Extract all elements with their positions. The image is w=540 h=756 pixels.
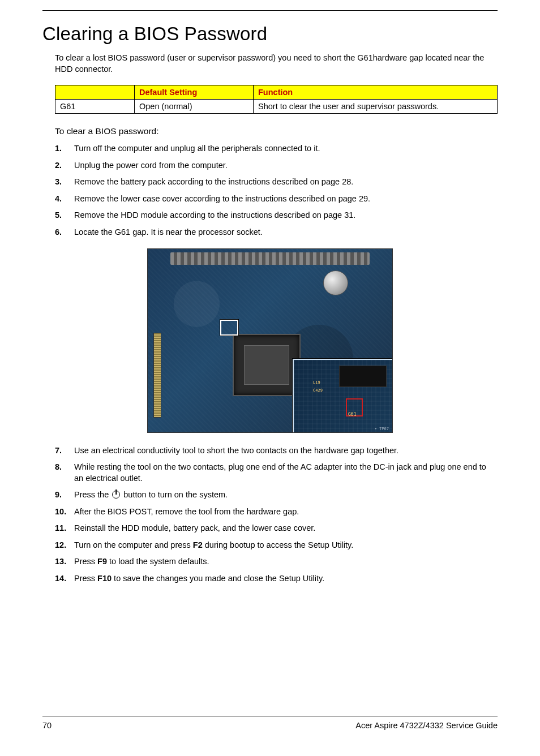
- step-text: Press F10 to save the changes you made a…: [74, 573, 498, 585]
- document-title: Acer Aspire 4732Z/4332 Service Guide: [355, 721, 498, 730]
- step-text: Remove the battery pack according to the…: [74, 177, 498, 188]
- cell-name: G61: [55, 100, 135, 114]
- cell-default: Open (normal): [135, 100, 254, 114]
- highlight-box-icon: [220, 320, 238, 336]
- table-header-default: Default Setting: [135, 85, 254, 100]
- list-item: 13. Press F9 to load the system defaults…: [55, 556, 498, 568]
- list-item: 7.Use an electrical conductivity tool to…: [55, 445, 498, 457]
- step-text: Turn off the computer and unplug all the…: [74, 143, 498, 154]
- table-header-row: Default Setting Function: [55, 85, 498, 100]
- table-row: G61 Open (normal) Short to clear the use…: [55, 100, 498, 114]
- step9-post: button to turn on the system.: [121, 490, 228, 499]
- step9-pre: Press the: [74, 490, 111, 499]
- step-text: Reinstall the HDD module, battery pack, …: [74, 523, 498, 534]
- page-number: 70: [42, 721, 52, 730]
- footer-rule: [42, 716, 498, 716]
- step-text: Press the button to turn on the system.: [74, 489, 498, 501]
- step-text: Remove the HDD module according to the i…: [74, 210, 498, 221]
- cpu-socket-decoration: [233, 334, 301, 396]
- list-item: 10.After the BIOS POST, remove the tool …: [55, 506, 498, 518]
- list-item: 1.Turn off the computer and unplug all t…: [55, 143, 498, 154]
- page-footer: 70 Acer Aspire 4732Z/4332 Service Guide: [42, 716, 498, 730]
- page-title: Clearing a BIOS Password: [42, 23, 498, 45]
- step13-pre: Press: [74, 557, 97, 566]
- step-text: Remove the lower case cover according to…: [74, 194, 498, 205]
- procedure-subheading: To clear a BIOS password:: [55, 126, 498, 136]
- zoom-callout: L19 C429 G61 • TP67: [293, 359, 393, 433]
- step12-post: during bootup to access the Setup Utilit…: [203, 540, 354, 549]
- step-text: Unplug the power cord from the computer.: [74, 160, 498, 171]
- memory-slot-decoration: [153, 333, 161, 418]
- step14-pre: Press: [74, 574, 97, 583]
- list-item: 14. Press F10 to save the changes you ma…: [55, 573, 498, 585]
- connector-decoration: [170, 252, 370, 265]
- list-item: 3.Remove the battery pack according to t…: [55, 177, 498, 188]
- step-text: After the BIOS POST, remove the tool fro…: [74, 506, 498, 518]
- list-item: 9. Press the button to turn on the syste…: [55, 489, 498, 501]
- list-item: 8.While resting the tool on the two cont…: [55, 462, 498, 484]
- testpoint-label: • TP67: [375, 427, 389, 431]
- intro-paragraph: To clear a lost BIOS password (user or s…: [55, 53, 498, 75]
- step14-post: to save the changes you made and close t…: [112, 574, 324, 583]
- power-icon: [112, 491, 120, 499]
- step-text: While resting the tool on the two contac…: [74, 462, 498, 484]
- step-text: Use an electrical conductivity tool to s…: [74, 445, 498, 457]
- header-rule: [42, 10, 498, 11]
- g61-label: G61: [348, 412, 356, 417]
- cmos-battery-decoration: [323, 270, 348, 295]
- list-item: 4.Remove the lower case cover according …: [55, 194, 498, 205]
- procedure-steps-continued: 7.Use an electrical conductivity tool to…: [55, 445, 498, 585]
- board-label: C429: [313, 388, 323, 393]
- key-f9: F9: [97, 557, 107, 566]
- step-text: Turn on the computer and press F2 during…: [74, 540, 498, 551]
- key-f10: F10: [97, 574, 112, 583]
- list-item: 5.Remove the HDD module according to the…: [55, 210, 498, 221]
- settings-table: Default Setting Function G61 Open (norma…: [55, 85, 498, 114]
- step12-pre: Turn on the computer and press: [74, 540, 193, 549]
- list-item: 12. Turn on the computer and press F2 du…: [55, 540, 498, 551]
- key-f2: F2: [193, 540, 203, 549]
- procedure-steps: 1.Turn off the computer and unplug all t…: [55, 143, 498, 238]
- step13-post: to load the system defaults.: [107, 557, 209, 566]
- table-header-function: Function: [254, 85, 498, 100]
- motherboard-image: L19 C429 G61 • TP67: [147, 248, 393, 433]
- step-text: Press F9 to load the system defaults.: [74, 556, 498, 568]
- figure-container: L19 C429 G61 • TP67: [42, 248, 498, 433]
- chip-decoration: [339, 366, 387, 387]
- board-label: L19: [313, 380, 320, 385]
- step-text: Locate the G61 gap. It is near the proce…: [74, 227, 498, 238]
- table-header-blank: [55, 85, 135, 100]
- list-item: 2.Unplug the power cord from the compute…: [55, 160, 498, 171]
- list-item: 6.Locate the G61 gap. It is near the pro…: [55, 227, 498, 238]
- cell-function: Short to clear the user and supervisor p…: [254, 100, 498, 114]
- list-item: 11.Reinstall the HDD module, battery pac…: [55, 523, 498, 534]
